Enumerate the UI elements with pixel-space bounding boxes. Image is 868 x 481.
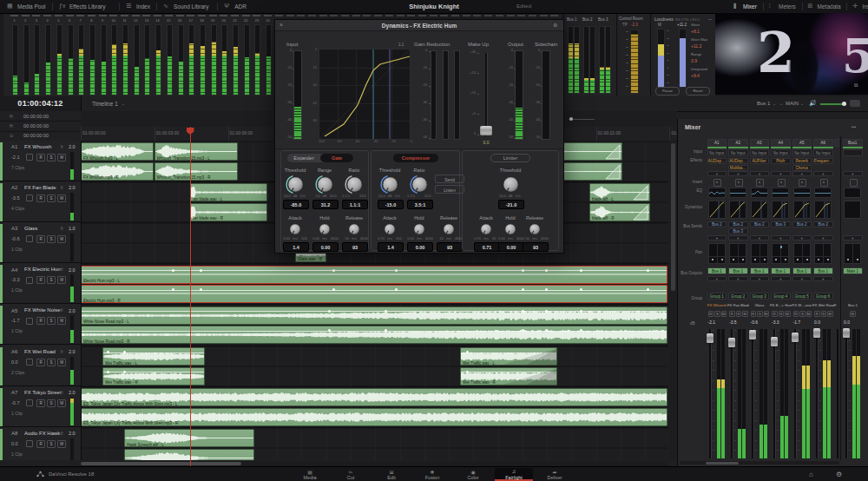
settings-icon[interactable]: ⚙ — [553, 22, 557, 28]
track-m-button[interactable]: M — [57, 317, 66, 325]
bus-send-cell[interactable]: Bus 2 — [728, 221, 748, 227]
track-m-button[interactable]: M — [57, 440, 66, 448]
automation-point[interactable] — [385, 310, 387, 313]
knob[interactable] — [287, 221, 303, 237]
audio-clip[interactable]: Wet Traffic.wav - L — [460, 347, 557, 366]
group-cell[interactable]: Group 1 — [707, 293, 727, 300]
automation-point[interactable] — [172, 288, 174, 291]
add-output-button[interactable]: + — [707, 276, 727, 281]
automation-point[interactable] — [107, 371, 109, 373]
automation-point[interactable] — [395, 288, 398, 291]
lock-icon[interactable] — [26, 318, 33, 325]
audio-clip[interactable]: fan blade.wav - L — [190, 183, 267, 201]
strip-s-button[interactable]: S — [736, 311, 742, 317]
effect-cell[interactable]: Frequen… — [813, 158, 833, 164]
audio-clip[interactable]: blade.aiff - L — [589, 183, 650, 201]
bus-send-cell[interactable]: Bus 2 — [750, 221, 770, 227]
fader-track[interactable] — [752, 329, 754, 458]
dynamics-thumbnail[interactable] — [708, 201, 726, 219]
strip-s-button[interactable]: S — [799, 311, 806, 317]
insert-toggle[interactable] — [799, 179, 806, 187]
bus-output-cell[interactable]: Main 1 — [843, 267, 863, 274]
add-effect-button[interactable]: + — [728, 171, 748, 176]
pause-button[interactable]: Pause — [655, 87, 680, 96]
effect-cell[interactable]: Chorus — [792, 165, 812, 171]
strip-s-button[interactable]: S — [779, 311, 785, 317]
automation-point[interactable] — [522, 269, 524, 272]
dynamics-thumbnail[interactable] — [793, 201, 811, 219]
knob[interactable] — [380, 175, 400, 194]
expand-icon[interactable]: ⧉ — [854, 82, 858, 89]
fader-track[interactable] — [837, 329, 838, 458]
toolbar-button-inspector[interactable]: Inspector — [862, 3, 868, 10]
track-r-button[interactable]: R — [36, 235, 45, 243]
speaker-icon[interactable]: 🔊 — [809, 100, 817, 107]
add-send-button[interactable]: + — [707, 235, 727, 240]
bus-output-cell[interactable]: Bus 1 — [707, 267, 727, 274]
audio-clip[interactable]: White Noise Road.mp3 - R — [81, 326, 667, 344]
automation-point[interactable] — [545, 269, 548, 272]
track-s-button[interactable]: S — [47, 399, 56, 407]
effect-cell[interactable]: Reverb — [792, 158, 812, 164]
fader-track[interactable] — [773, 329, 776, 458]
track-r-button[interactable]: R — [36, 154, 45, 161]
strip-m-button[interactable]: M — [850, 311, 856, 317]
audio-clip[interactable]: FX Whoosh.mp3 - R — [81, 162, 154, 181]
pan-control[interactable] — [793, 243, 811, 264]
add-effect-button[interactable]: + — [792, 171, 812, 176]
toolbar-button-sound-library[interactable]: Sound Library — [174, 3, 208, 10]
makeup-fader-handle[interactable] — [480, 126, 492, 135]
fader-handle[interactable] — [771, 337, 778, 346]
eq-thumbnail[interactable] — [772, 188, 789, 198]
automation-point[interactable] — [545, 288, 548, 291]
strip-m-button[interactable]: M — [721, 311, 727, 317]
h-scroll-thumb[interactable] — [81, 462, 241, 466]
insert-toggle[interactable] — [850, 179, 858, 187]
eq-thumbnail[interactable] — [708, 188, 726, 198]
mixer-h-scroll-thumb[interactable] — [706, 462, 739, 465]
lock-icon[interactable] — [26, 235, 33, 242]
audio-clip[interactable]: Wet Traffic.wav - R — [460, 367, 557, 385]
knob-value[interactable]: 3.5:1 — [407, 200, 433, 209]
bus-send-cell[interactable]: Bus 2 — [813, 221, 833, 227]
track-header-a5[interactable]: A5FX White Noisefr2.0-1.7RSM1 Clip — [0, 305, 81, 345]
track-s-button[interactable]: S — [47, 235, 56, 243]
dynamics-thumbnail[interactable] — [751, 201, 768, 219]
audio-clip[interactable]: ES_Tokyo Japan City Traffic Atmos With S… — [81, 408, 667, 426]
audio-clip[interactable]: Electric Hum.mp3 - R — [81, 285, 667, 303]
toolbar-button-mixer[interactable]: Mixer — [743, 3, 757, 10]
fader-track[interactable] — [794, 329, 797, 458]
group-cell[interactable]: Group 5 — [792, 293, 812, 300]
add-effect-button[interactable]: + — [843, 171, 863, 176]
knob-value[interactable]: 93 — [437, 242, 463, 252]
fader-track[interactable] — [845, 329, 848, 458]
effect-cell[interactable]: AUDisp… — [707, 158, 727, 164]
add-effect-button[interactable]: + — [707, 171, 727, 176]
automation-point[interactable] — [545, 310, 548, 313]
strip-r-button[interactable]: R — [729, 311, 735, 317]
mixer-menu[interactable]: ••• — [852, 124, 856, 129]
nav-tab-fairlight[interactable]: Fairlight — [495, 475, 533, 480]
toolbar-button-effects-library[interactable]: Effects Library — [69, 3, 105, 10]
knob[interactable] — [286, 175, 306, 194]
track-s-button[interactable]: S — [47, 276, 56, 284]
knob-value[interactable]: -85.0 — [283, 200, 309, 209]
monitor-bus-selector[interactable]: Bus 1 — [757, 101, 770, 106]
eq-thumbnail[interactable] — [793, 188, 811, 198]
insert-toggle[interactable] — [713, 179, 721, 187]
home-icon[interactable]: ⌂ — [809, 471, 813, 478]
nav-tab-deliver[interactable]: Deliver — [536, 475, 574, 480]
track-r-button[interactable]: R — [36, 359, 45, 366]
track-s-button[interactable]: S — [47, 317, 56, 325]
knob[interactable] — [503, 221, 518, 237]
pan-control[interactable] — [814, 243, 832, 264]
automation-point[interactable] — [647, 269, 649, 272]
bus-output-cell[interactable]: Bus 1 — [771, 267, 791, 274]
automation-point[interactable] — [522, 310, 524, 313]
strip-m-button[interactable]: M — [827, 311, 833, 317]
bus-send-cell[interactable]: Bus 2 — [792, 221, 812, 227]
track-r-button[interactable]: R — [36, 440, 45, 448]
input-cell[interactable]: No Input — [813, 149, 833, 156]
add-output-button[interactable]: + — [750, 276, 770, 281]
tab-expander[interactable]: Expander — [287, 155, 320, 161]
